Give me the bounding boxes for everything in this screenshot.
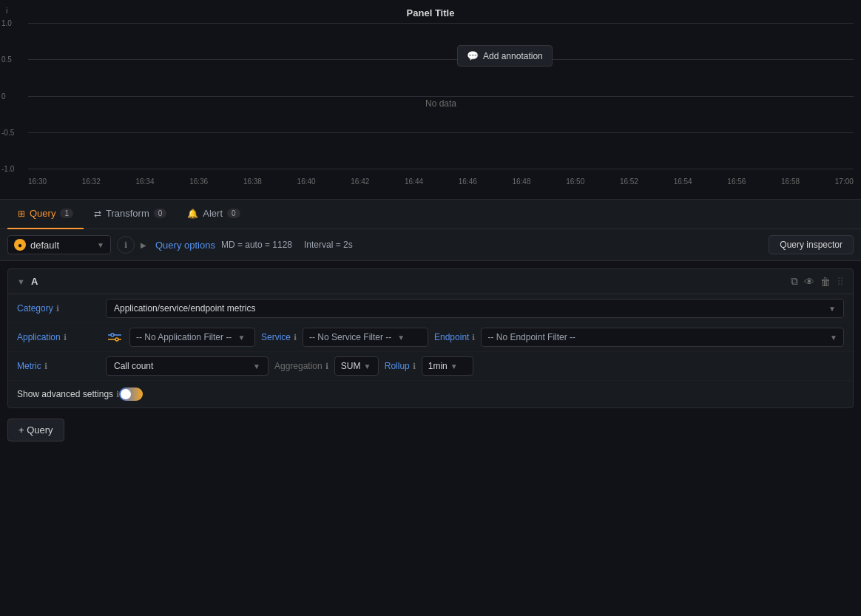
metric-value: Call count bbox=[114, 361, 153, 371]
service-info-icon[interactable]: ℹ bbox=[294, 333, 297, 342]
collapse-icon[interactable]: ▼ bbox=[17, 277, 25, 286]
y-label-2: 0.5 bbox=[1, 55, 12, 64]
x-label-1644: 16:44 bbox=[405, 177, 423, 186]
query-options-toggle[interactable]: Query options bbox=[155, 240, 215, 251]
y-label-4: -0.5 bbox=[1, 129, 14, 137]
x-label-1630: 16:30 bbox=[28, 177, 47, 186]
x-label-1652: 16:52 bbox=[620, 177, 638, 186]
application-label: Application ℹ bbox=[17, 332, 106, 342]
grid-hline-4 bbox=[28, 132, 854, 133]
category-select[interactable]: Application/service/endpoint metrics ▼ bbox=[106, 299, 844, 318]
x-label-1656: 16:56 bbox=[727, 177, 746, 186]
x-label-1636: 16:36 bbox=[189, 177, 208, 186]
category-content: Application/service/endpoint metrics ▼ bbox=[106, 299, 844, 318]
filter-icon-box bbox=[106, 328, 124, 346]
annotation-popup[interactable]: 💬 Add annotation bbox=[457, 45, 553, 67]
metric-chevron: ▼ bbox=[253, 362, 260, 370]
query-inspector-button[interactable]: Query inspector bbox=[769, 235, 854, 254]
datasource-chevron: ▼ bbox=[97, 241, 104, 249]
application-filter-value: -- No Application Filter -- bbox=[136, 332, 232, 342]
x-label-1648: 16:48 bbox=[512, 177, 530, 186]
datasource-select[interactable]: ● default ▼ bbox=[7, 235, 111, 254]
datasource-info-button[interactable]: ℹ bbox=[117, 236, 135, 254]
query-meta-interval: Interval = 2s bbox=[304, 240, 353, 250]
category-info-icon[interactable]: ℹ bbox=[56, 304, 59, 314]
datasource-name: default bbox=[30, 240, 59, 251]
grid-hline-2 bbox=[28, 59, 854, 60]
metric-label: Metric ℹ bbox=[17, 361, 106, 371]
query-id-label: A bbox=[31, 276, 38, 287]
aggregation-select[interactable]: SUM ▼ bbox=[334, 356, 379, 376]
alert-tab-icon: 🔔 bbox=[187, 209, 198, 219]
application-info-icon[interactable]: ℹ bbox=[64, 333, 67, 342]
service-filter-select[interactable]: -- No Service Filter -- ▼ bbox=[303, 328, 428, 347]
eye-icon[interactable]: 👁 bbox=[804, 276, 814, 288]
tab-transform-label: Transform bbox=[106, 208, 149, 219]
x-label-1646: 16:46 bbox=[459, 177, 477, 186]
panel-title: Panel Title bbox=[0, 7, 861, 18]
query-actions: ⧉ 👁 🗑 ⠿ bbox=[791, 275, 844, 288]
x-label-1658: 16:58 bbox=[781, 177, 800, 186]
endpoint-info-icon[interactable]: ℹ bbox=[472, 333, 475, 342]
service-label-pill: Service ℹ bbox=[261, 332, 297, 342]
grid-hline-1 bbox=[28, 23, 854, 24]
add-query-button[interactable]: + Query bbox=[7, 419, 64, 441]
query-block-a: ▼ A ⧉ 👁 🗑 ⠿ Category ℹ Application/servi… bbox=[7, 268, 854, 408]
category-label: Category ℹ bbox=[17, 303, 106, 314]
tab-query[interactable]: ⊞ Query 1 bbox=[7, 200, 84, 229]
no-data-label: No data bbox=[425, 98, 456, 109]
service-filter-value: -- No Service Filter -- bbox=[309, 332, 391, 342]
aggregation-value: SUM bbox=[341, 361, 361, 371]
rollup-chevron: ▼ bbox=[450, 362, 458, 370]
category-row: Category ℹ Application/service/endpoint … bbox=[8, 294, 853, 323]
advanced-settings-content bbox=[119, 387, 844, 401]
chart-inner: 💬 Add annotation 1.0 0.5 0 -0.5 -1.0 bbox=[28, 23, 854, 186]
application-filter-chevron: ▼ bbox=[237, 334, 245, 342]
endpoint-filter-value: -- No Endpoint Filter -- bbox=[487, 332, 575, 342]
rollup-label: Rollup ℹ bbox=[385, 361, 416, 371]
endpoint-filter-select[interactable]: -- No Endpoint Filter -- ▼ bbox=[481, 328, 844, 347]
x-label-1654: 16:54 bbox=[674, 177, 692, 186]
x-label-1640: 16:40 bbox=[297, 177, 316, 186]
metric-select[interactable]: Call count ▼ bbox=[106, 356, 269, 376]
advanced-settings-toggle[interactable] bbox=[119, 387, 143, 401]
delete-icon[interactable]: 🗑 bbox=[820, 276, 831, 288]
query-options-label: Query options bbox=[155, 240, 215, 251]
copy-icon[interactable]: ⧉ bbox=[791, 275, 798, 288]
metric-info-icon[interactable]: ℹ bbox=[44, 362, 47, 371]
aggregation-info-icon[interactable]: ℹ bbox=[325, 362, 328, 371]
endpoint-filter-chevron: ▼ bbox=[830, 334, 837, 342]
tab-alert-label: Alert bbox=[203, 208, 223, 219]
x-label-1638: 16:38 bbox=[243, 177, 262, 186]
drag-icon[interactable]: ⠿ bbox=[837, 276, 844, 288]
tab-query-badge: 1 bbox=[60, 209, 73, 218]
panel-info-icon[interactable]: i bbox=[6, 6, 7, 15]
query-meta-md: MD = auto = 1128 bbox=[221, 240, 292, 250]
query-block-header: ▼ A ⧉ 👁 🗑 ⠿ bbox=[8, 269, 853, 294]
grid-hline-3 bbox=[28, 96, 854, 97]
x-label-1642: 16:42 bbox=[351, 177, 369, 186]
rollup-select[interactable]: 1min ▼ bbox=[422, 356, 473, 376]
chart-panel: i Panel Title 💬 Add annotation 1.0 0.5 0… bbox=[0, 0, 861, 200]
tab-query-label: Query bbox=[30, 208, 55, 219]
y-label-1: 1.0 bbox=[1, 19, 12, 27]
annotation-icon: 💬 bbox=[467, 50, 479, 61]
category-chevron: ▼ bbox=[828, 305, 836, 313]
transform-tab-icon: ⇄ bbox=[94, 209, 101, 219]
chart-xaxis: 16:30 16:32 16:34 16:36 16:38 16:40 16:4… bbox=[28, 169, 854, 186]
tab-alert[interactable]: 🔔 Alert 0 bbox=[177, 200, 250, 229]
application-content: -- No Application Filter -- ▼ Service ℹ … bbox=[106, 328, 844, 347]
aggregation-chevron: ▼ bbox=[363, 362, 371, 370]
grid-line-3: 0 bbox=[28, 96, 854, 97]
chart-grid: 1.0 0.5 0 -0.5 -1.0 bbox=[28, 23, 854, 169]
grid-line-2: 0.5 bbox=[28, 59, 854, 60]
tab-transform-badge: 0 bbox=[154, 209, 167, 218]
category-value: Application/service/endpoint metrics bbox=[114, 303, 255, 314]
application-filter-select[interactable]: -- No Application Filter -- ▼ bbox=[129, 328, 255, 347]
metric-row: Metric ℹ Call count ▼ Aggregation ℹ SUM … bbox=[8, 352, 853, 381]
x-label-1700: 17:00 bbox=[835, 177, 854, 186]
advanced-settings-label: Show advanced settings ℹ bbox=[17, 389, 119, 399]
rollup-info-icon[interactable]: ℹ bbox=[413, 362, 416, 371]
datasource-icon: ● bbox=[14, 239, 26, 251]
tab-transform[interactable]: ⇄ Transform 0 bbox=[84, 200, 177, 229]
